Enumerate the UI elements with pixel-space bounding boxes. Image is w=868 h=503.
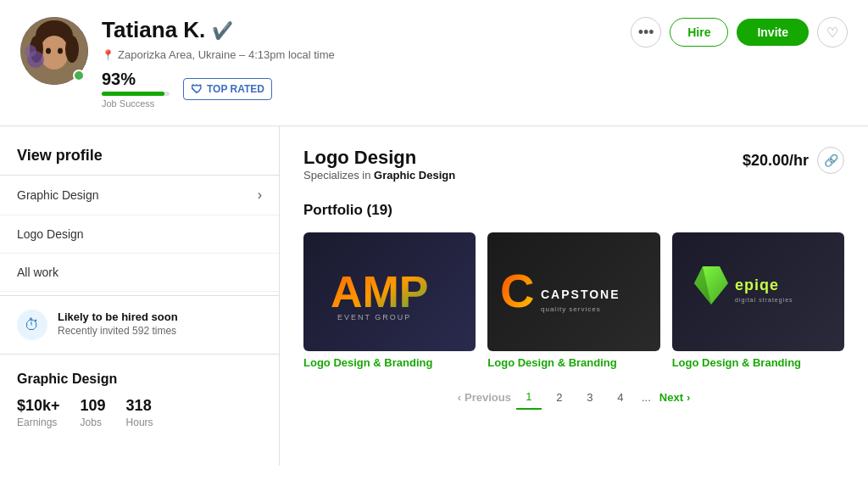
name-row: Tatiana K. ✔️: [102, 17, 617, 43]
location-pin-icon: 📍: [102, 49, 114, 61]
sidebar-nav: Graphic Design › Logo Design All work: [0, 176, 279, 292]
shield-icon: 🛡: [191, 82, 203, 96]
page-ellipsis: ...: [638, 391, 654, 404]
hire-button[interactable]: Hire: [670, 18, 728, 47]
invite-button[interactable]: Invite: [737, 19, 809, 46]
sidebar-nav-label-graphic-design: Graphic Design: [17, 188, 99, 202]
sidebar-nav-label-all-work: All work: [17, 265, 58, 279]
portfolio-heading: Portfolio (19): [303, 202, 844, 219]
profile-info: Tatiana K. ✔️ 📍 Zaporizka Area, Ukraine …: [102, 17, 617, 109]
pagination: ‹ Previous 1 2 3 4 ... Next ›: [303, 384, 844, 410]
sidebar-earnings-row: $10k+ Earnings 109 Jobs 318 Hours: [0, 390, 279, 442]
svg-text:CAPSTONE: CAPSTONE: [541, 288, 620, 301]
panel-title: Logo Design: [303, 147, 455, 169]
chain-link-icon: 🔗: [824, 154, 838, 167]
sidebar-nav-label-logo-design: Logo Design: [17, 227, 84, 241]
earnings-item-earnings: $10k+ Earnings: [17, 397, 60, 428]
sidebar-nav-logo-design[interactable]: Logo Design: [0, 215, 279, 254]
page-button-4[interactable]: 4: [608, 384, 633, 410]
hired-soon-icon: ⏱: [17, 310, 47, 340]
prev-button[interactable]: ‹ Previous: [458, 391, 511, 404]
profile-stats: 93% Job Success 🛡 TOP RATED: [102, 70, 617, 109]
epiqe-logo-svg: epiqe digital strategies: [677, 258, 838, 326]
svg-point-8: [25, 45, 36, 57]
link-icon[interactable]: 🔗: [817, 147, 844, 174]
next-button[interactable]: Next ›: [659, 391, 691, 404]
svg-text:digital strategies: digital strategies: [735, 297, 793, 304]
earnings-item-jobs: 109 Jobs: [81, 397, 106, 428]
top-rated-label: TOP RATED: [207, 83, 264, 95]
page-button-1[interactable]: 1: [516, 384, 542, 410]
sidebar-nav-item-all-work[interactable]: All work: [0, 254, 279, 291]
svg-text:epiqe: epiqe: [735, 277, 779, 293]
capstone-logo-svg: C CAPSTONE quality services: [493, 258, 654, 326]
right-panel: Logo Design Specializes in Graphic Desig…: [280, 126, 868, 466]
job-success: 93% Job Success: [102, 70, 170, 109]
next-chevron-icon: ›: [687, 391, 690, 404]
heart-icon: ♡: [826, 25, 838, 41]
svg-text:AMP: AMP: [331, 267, 429, 316]
portfolio-thumb-capstone: C CAPSTONE quality services: [487, 232, 659, 351]
jobs-label: Jobs: [81, 416, 106, 428]
top-rated-badge: 🛡 TOP RATED: [183, 78, 272, 100]
verified-icon: ✔️: [212, 20, 233, 41]
panel-title-block: Logo Design Specializes in Graphic Desig…: [303, 147, 455, 197]
svg-point-5: [46, 48, 51, 54]
next-label: Next: [659, 391, 683, 404]
progress-bar-outer: [102, 92, 170, 96]
svg-point-6: [58, 48, 63, 54]
avatar-wrapper: [20, 17, 88, 85]
hours-value: 318: [126, 397, 153, 415]
favorite-button[interactable]: ♡: [817, 17, 848, 48]
prev-label: Previous: [465, 391, 511, 404]
earnings-item-hours: 318 Hours: [126, 397, 153, 428]
sidebar-nav-graphic-design[interactable]: Graphic Design ›: [0, 176, 279, 215]
earnings-label: Earnings: [17, 416, 60, 428]
profile-actions: ••• Hire Invite ♡: [631, 17, 848, 48]
sidebar: View profile Graphic Design › Logo Desig…: [0, 126, 280, 466]
jobs-value: 109: [81, 397, 106, 415]
sidebar-category: Graphic Design: [0, 355, 279, 390]
profile-location: 📍 Zaporizka Area, Ukraine – 4:13pm local…: [102, 48, 617, 61]
chevron-right-icon: ›: [258, 187, 262, 203]
more-icon: •••: [638, 24, 654, 42]
amp-logo-svg: AMP EVENT GROUP: [322, 258, 458, 326]
svg-text:EVENT GROUP: EVENT GROUP: [337, 313, 411, 321]
svg-point-4: [65, 36, 79, 63]
portfolio-label-epiqe: Logo Design & Branding: [672, 356, 844, 369]
sidebar-nav-item-graphic-design[interactable]: Graphic Design ›: [0, 176, 279, 215]
portfolio-label-amp: Logo Design & Branding: [303, 356, 476, 369]
sidebar-nav-item-logo-design[interactable]: Logo Design: [0, 215, 279, 253]
main-content: View profile Graphic Design › Logo Desig…: [0, 126, 868, 466]
page-button-3[interactable]: 3: [577, 384, 603, 410]
portfolio-thumb-amp: AMP EVENT GROUP: [303, 232, 476, 351]
hired-soon-text: Likely to be hired soon Recently invited…: [58, 310, 178, 337]
hired-soon-section: ⏱ Likely to be hired soon Recently invit…: [0, 295, 279, 355]
progress-bar-inner: [102, 92, 164, 96]
more-button[interactable]: •••: [631, 17, 661, 48]
svg-point-2: [40, 36, 69, 70]
job-success-pct: 93%: [102, 70, 170, 89]
specializes-bold: Graphic Design: [374, 169, 455, 182]
online-indicator: [73, 70, 85, 81]
portfolio-thumb-epiqe: epiqe digital strategies: [672, 232, 844, 351]
svg-text:C: C: [500, 264, 534, 317]
portfolio-item-amp[interactable]: AMP EVENT GROUP Logo Design & Branding: [303, 232, 476, 369]
specializes-prefix: Specializes in: [303, 169, 374, 182]
panel-rate-value: $20.00/hr: [743, 152, 809, 170]
profile-header: Tatiana K. ✔️ 📍 Zaporizka Area, Ukraine …: [0, 0, 868, 126]
svg-text:quality services: quality services: [541, 305, 601, 313]
portfolio-item-capstone[interactable]: C CAPSTONE quality services Logo Design …: [487, 232, 659, 369]
earnings-value: $10k+: [17, 397, 60, 415]
portfolio-grid: AMP EVENT GROUP Logo Design & Branding: [303, 232, 844, 369]
portfolio-label-capstone: Logo Design & Branding: [487, 356, 659, 369]
sidebar-nav-all-work[interactable]: All work: [0, 254, 279, 292]
job-success-label: Job Success: [102, 98, 170, 109]
page-button-2[interactable]: 2: [547, 384, 572, 410]
hired-soon-title: Likely to be hired soon: [58, 310, 178, 323]
prev-chevron-icon: ‹: [458, 391, 461, 404]
hours-label: Hours: [126, 416, 153, 428]
panel-specializes: Specializes in Graphic Design: [303, 169, 455, 182]
portfolio-item-epiqe[interactable]: epiqe digital strategies Logo Design & B…: [672, 232, 844, 369]
hired-soon-subtitle: Recently invited 592 times: [58, 325, 178, 337]
